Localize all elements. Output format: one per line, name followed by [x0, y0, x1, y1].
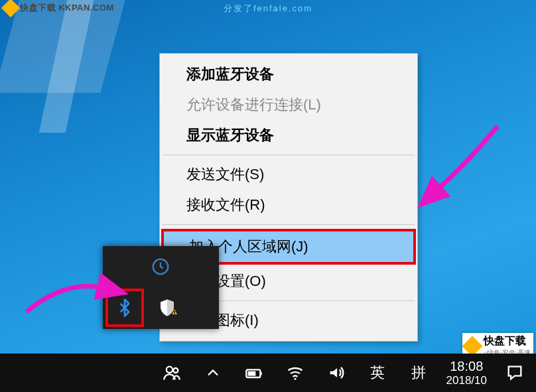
svg-point-9: [294, 378, 296, 380]
wifi-icon[interactable]: [282, 359, 308, 386]
ime-lang-indicator[interactable]: 英: [364, 359, 391, 386]
clock-tray-icon[interactable]: [141, 247, 180, 286]
volume-icon[interactable]: [323, 359, 350, 386]
taskbar-clock[interactable]: 18:08 2018/10: [446, 359, 487, 387]
annotation-arrow-right: [411, 119, 504, 215]
svg-point-4: [166, 367, 172, 373]
tray-chevron-icon[interactable]: [200, 359, 226, 386]
taskbar: 英 拼 18:08 2018/10: [0, 354, 536, 392]
tray-overflow-popup: [103, 246, 219, 329]
bluetooth-tray-icon[interactable]: [105, 289, 144, 327]
svg-rect-3: [174, 313, 175, 314]
svg-rect-2: [174, 311, 175, 313]
menu-separator: [163, 155, 415, 155]
taskbar-time: 18:08: [446, 359, 487, 374]
people-icon[interactable]: [159, 359, 185, 386]
menu-add-bt-device[interactable]: 添加蓝牙设备: [161, 59, 416, 90]
svg-rect-8: [247, 371, 255, 376]
menu-show-bt-devices[interactable]: 显示蓝牙设备: [161, 120, 416, 151]
taskbar-date: 2018/10: [446, 374, 487, 387]
battery-icon[interactable]: [241, 359, 267, 386]
menu-receive-file[interactable]: 接收文件(R): [161, 190, 416, 220]
defender-tray-icon[interactable]: [148, 289, 186, 327]
action-center-icon[interactable]: [502, 359, 528, 386]
ime-mode-indicator[interactable]: 拼: [405, 359, 432, 386]
menu-separator: [163, 224, 415, 225]
svg-point-5: [173, 368, 178, 373]
fenfale-watermark: 分发了fenfale.com: [224, 3, 312, 15]
kkpan-logo: 快盘下载 KKPAN.COM: [4, 1, 114, 15]
svg-rect-7: [260, 372, 261, 375]
menu-allow-connect: 允许设备进行连接(L): [161, 90, 416, 120]
menu-send-file[interactable]: 发送文件(S): [161, 159, 416, 190]
